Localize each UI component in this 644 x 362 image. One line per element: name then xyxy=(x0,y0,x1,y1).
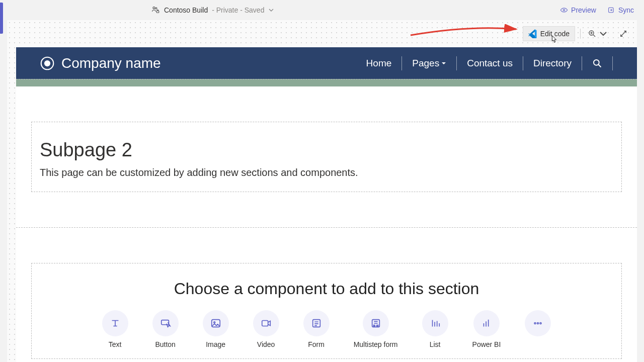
svg-point-7 xyxy=(44,60,50,66)
vscode-icon xyxy=(528,29,537,38)
document-title: Contoso Build xyxy=(164,6,208,14)
preview-button[interactable]: Preview xyxy=(560,6,596,14)
component-form[interactable]: Form xyxy=(303,310,330,348)
canvas-toolbar: Edit code xyxy=(523,26,630,41)
component-label: Button xyxy=(155,340,175,348)
component-label: Form xyxy=(308,340,325,348)
sync-icon xyxy=(607,6,615,14)
chevron-down-icon xyxy=(268,7,274,13)
nav-directory-label: Directory xyxy=(533,58,572,69)
svg-point-3 xyxy=(563,9,565,11)
svg-point-17 xyxy=(540,323,541,324)
expand-icon xyxy=(619,29,628,38)
brand-label: Company name xyxy=(61,55,161,71)
document-state: - Private - Saved xyxy=(212,6,264,14)
svg-rect-9 xyxy=(161,320,169,325)
more-ellipsis-icon xyxy=(532,318,543,329)
component-label: Multistep form xyxy=(354,340,398,348)
brand-logo-icon xyxy=(40,56,54,70)
nav-contact-label: Contact us xyxy=(467,58,513,69)
svg-rect-12 xyxy=(262,321,268,326)
component-more[interactable] xyxy=(525,310,551,348)
nav-items: Home Pages Contact us Directory xyxy=(356,56,613,70)
nav-divider xyxy=(612,56,613,70)
svg-point-15 xyxy=(534,323,536,324)
site-preview-frame: Company name Home Pages Contact us Direc… xyxy=(16,47,637,362)
component-label: Text xyxy=(109,340,122,348)
chevron-down-icon xyxy=(599,29,608,38)
zoom-button[interactable] xyxy=(586,27,610,40)
form-icon xyxy=(311,318,322,329)
component-picker-section: Choose a component to add to this sectio… xyxy=(31,263,622,359)
button-cursor-icon xyxy=(160,318,171,329)
fullscreen-button[interactable] xyxy=(617,27,630,40)
design-canvas: Edit code Company name Home Pages xyxy=(7,20,637,362)
component-label: Image xyxy=(206,340,225,348)
site-navbar: Company name Home Pages Contact us Direc… xyxy=(16,47,637,79)
edit-code-button[interactable]: Edit code xyxy=(523,26,575,41)
nav-home-label: Home xyxy=(366,58,392,69)
svg-point-1 xyxy=(155,8,157,9)
multistep-form-icon xyxy=(370,318,381,329)
component-row: Text Button Image Video xyxy=(40,310,613,348)
nav-contact[interactable]: Contact us xyxy=(457,58,523,69)
content-section[interactable]: Subpage 2 This page can be customized by… xyxy=(31,122,622,192)
text-icon xyxy=(110,318,121,329)
document-title-group[interactable]: Contoso Build - Private - Saved xyxy=(151,6,274,15)
component-image[interactable]: Image xyxy=(203,310,229,348)
svg-point-11 xyxy=(214,322,215,323)
nav-pages[interactable]: Pages xyxy=(402,58,456,69)
powerbi-icon xyxy=(481,318,492,329)
component-text[interactable]: Text xyxy=(102,310,128,348)
nav-directory[interactable]: Directory xyxy=(523,58,582,69)
component-button[interactable]: Button xyxy=(152,310,179,348)
toolbar-divider xyxy=(580,29,581,39)
site-brand[interactable]: Company name xyxy=(40,55,161,71)
component-multistep-form[interactable]: Multistep form xyxy=(354,310,398,348)
svg-point-8 xyxy=(594,59,599,65)
left-rail-selection-indicator xyxy=(0,3,3,34)
sync-button[interactable]: Sync xyxy=(607,6,634,14)
cursor-pointer-icon xyxy=(549,35,558,45)
nav-home[interactable]: Home xyxy=(356,58,402,69)
component-powerbi[interactable]: Power BI xyxy=(472,310,501,348)
component-picker-heading: Choose a component to add to this sectio… xyxy=(40,280,613,298)
magnifier-plus-icon xyxy=(588,29,597,38)
video-icon xyxy=(261,318,272,329)
sync-label: Sync xyxy=(618,6,634,14)
nav-search-button[interactable] xyxy=(582,58,612,68)
page-body-text: This page can be customized by adding ne… xyxy=(40,167,613,178)
svg-rect-2 xyxy=(156,11,159,13)
caret-down-icon xyxy=(441,61,446,66)
search-icon xyxy=(592,58,602,68)
component-label: Power BI xyxy=(472,340,501,348)
list-bars-icon xyxy=(430,318,441,329)
svg-rect-10 xyxy=(211,320,220,327)
page-title: Subpage 2 xyxy=(40,139,613,161)
preview-label: Preview xyxy=(571,6,596,14)
component-label: List xyxy=(430,340,441,348)
image-icon xyxy=(210,318,221,329)
component-list[interactable]: List xyxy=(422,310,448,348)
component-label: Video xyxy=(257,340,275,348)
component-video[interactable]: Video xyxy=(253,310,279,348)
svg-point-0 xyxy=(153,7,155,9)
nav-pages-label: Pages xyxy=(412,58,439,69)
annotation-arrow xyxy=(410,24,520,38)
app-header: Contoso Build - Private - Saved Preview … xyxy=(0,0,644,20)
people-lock-icon xyxy=(151,6,160,15)
hero-accent-bar xyxy=(16,79,637,86)
svg-point-16 xyxy=(537,323,539,324)
eye-icon xyxy=(560,6,568,14)
